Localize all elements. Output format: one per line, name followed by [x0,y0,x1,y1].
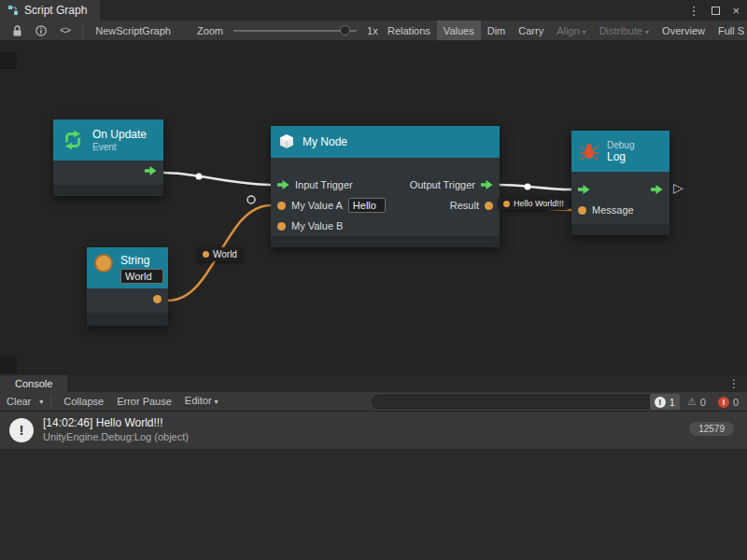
graph-toolbar-right: Relations Values Dim Carry Align▾ Distri… [381,21,747,41]
console-menu-icon[interactable]: ⋮ [728,377,740,390]
on-update-loop-icon [61,128,85,152]
port-label-my-value-a: My Value A [291,200,343,211]
window-menu-icon[interactable]: ⋮ [687,4,699,18]
info-toggle[interactable]: ! 1 [650,394,680,410]
lock-icon[interactable] [12,25,22,36]
log-stacktrace: UnityEngine.Debug:Log (object) [43,431,189,442]
node-subtitle: Event [92,142,147,152]
console-search-input[interactable] [372,395,655,409]
error-toggle[interactable]: ! 0 [713,394,743,410]
value-dot-icon [503,201,510,207]
align-button[interactable]: Align▾ [550,21,592,41]
node-on-update[interactable]: On Update Event [53,119,163,196]
collapse-button[interactable]: Collapse [57,392,110,411]
wire-value-bubble: World [198,247,242,261]
toolbar-separator [82,25,83,37]
console-tab-bar: Console ⋮ [0,375,747,392]
log-info-icon: ! [9,418,34,442]
zoom-label: Zoom [190,21,230,41]
error-pause-button[interactable]: Error Pause [110,392,178,411]
node-title: My Node [303,135,347,148]
my-node-icon [278,133,295,150]
edit-code-icon[interactable]: <> [60,25,70,36]
flow-output-port-icon[interactable] [651,185,663,194]
overview-button[interactable]: Overview [655,21,712,41]
wire-flow-onupdate-to-mynode[interactable] [163,173,271,185]
chevron-down-icon: ▾ [215,398,218,406]
chevron-down-icon[interactable]: ▾ [39,398,43,406]
editor-label: Editor [185,395,212,406]
port-label-result: Result [450,200,479,211]
flow-input-port-icon[interactable] [277,180,289,189]
tab-console[interactable]: Console [0,375,67,392]
full-screen-button[interactable]: Full S [712,21,747,41]
chevron-down-icon: ▾ [583,28,586,36]
window-maximize-icon[interactable] [712,7,720,15]
values-button[interactable]: Values [437,21,481,41]
flow-input-port-icon[interactable] [578,185,590,194]
flow-output-port-icon[interactable] [145,166,157,175]
info-log-icon: ! [655,397,666,408]
flow-output-port-icon[interactable] [481,180,493,189]
node-header[interactable]: String [87,247,168,288]
continue-play-icon: ▷ [673,180,684,195]
node-header[interactable]: On Update Event [53,119,163,161]
zoom-slider-knob[interactable] [340,25,350,35]
dim-button[interactable]: Dim [481,21,513,41]
distribute-button[interactable]: Distribute▾ [593,21,655,41]
console-panel: Console ⋮ Clear ▾ Collapse Error Pause E… [0,375,747,560]
value-port-icon[interactable] [153,295,162,303]
graph-toolbar-left: <> NewScriptGraph Zoom 1x [6,21,385,41]
wire-endpoint-ring [247,196,255,203]
distribute-label: Distribute [599,25,642,36]
editor-dropdown[interactable]: Editor▾ [178,391,225,412]
carry-button[interactable]: Carry [512,21,550,41]
my-value-a-input[interactable] [348,198,386,213]
node-string[interactable]: String [87,247,168,326]
warning-toggle[interactable]: ⚠ 0 [683,394,711,410]
log-repeat-count-badge: 12579 [689,422,734,436]
node-category: Debug [607,140,634,150]
tab-title: Script Graph [24,4,87,17]
window-controls: ⋮ × [687,0,740,21]
warning-icon: ⚠ [687,396,697,408]
node-footer [87,313,168,326]
port-label-my-value-b: My Value B [291,220,343,231]
node-debug-log[interactable]: Debug Log Message [571,131,669,235]
clear-label: Clear [7,396,31,407]
node-title: String [120,254,163,267]
relations-button[interactable]: Relations [381,21,437,41]
wire-value-text: World [213,249,237,259]
wire-value-bubble: Hello World!!! [499,197,569,210]
log-message: [14:02:46] Hello World!!! [43,416,163,429]
zoom-slider-track[interactable] [233,30,357,32]
info-count: 1 [669,397,675,408]
zoom-slider[interactable] [233,21,357,41]
graph-name-label: NewScriptGraph [89,21,177,41]
node-header[interactable]: My Node [271,126,500,158]
graph-canvas[interactable]: On Update Event My Node [0,41,747,375]
string-value-input[interactable] [120,269,163,284]
value-port-icon[interactable] [578,206,586,215]
wire-value-text: Hello World!!! [514,199,564,208]
info-icon[interactable] [35,25,47,36]
error-count: 0 [733,397,739,408]
node-header[interactable]: Debug Log [571,131,669,172]
port-label-input-trigger: Input Trigger [295,179,353,190]
console-log-entry[interactable]: ! [14:02:46] Hello World!!! UnityEngine.… [0,412,747,450]
node-my-node[interactable]: My Node Input Trigger Output Trigger My … [271,126,500,247]
align-label: Align [557,25,579,36]
clear-button[interactable]: Clear [0,392,37,411]
value-port-icon[interactable] [485,202,493,210]
value-port-icon[interactable] [277,222,286,231]
console-toolbar: Clear ▾ Collapse Error Pause Editor▾ ! 1… [0,392,747,412]
node-title: On Update [92,128,147,141]
wire-flow-mynode-to-debuglog[interactable] [500,185,571,189]
window-close-icon[interactable]: × [732,4,740,18]
chevron-down-icon: ▾ [645,28,649,36]
node-footer [571,224,669,235]
tab-script-graph[interactable]: Script Graph [0,0,100,21]
graph-toolbar: <> NewScriptGraph Zoom 1x Relations Valu… [0,21,747,41]
console-count-toggles: ! 1 ⚠ 0 ! 0 [650,394,743,410]
value-port-icon[interactable] [277,202,286,210]
